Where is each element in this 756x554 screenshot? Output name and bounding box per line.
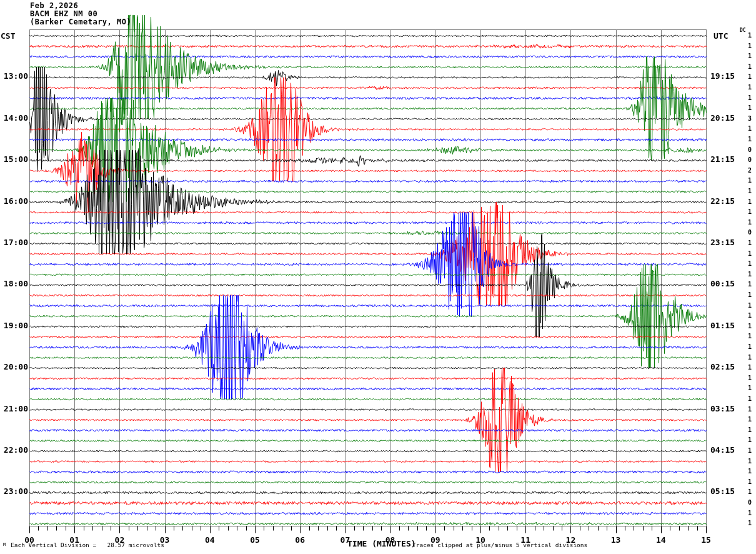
helicorder-screen: Feb 2,2026 BACM EHZ NM 00 (Barker Cemeta…: [0, 0, 756, 554]
left-axis-header: CST: [1, 31, 15, 41]
right-axis-header: UTC: [714, 31, 728, 41]
dc-value: 0: [748, 156, 752, 163]
x-axis-tick-label: 06: [295, 535, 305, 545]
dc-value: 1: [748, 458, 752, 465]
dc-value: 0: [748, 229, 752, 236]
dc-value: 1: [748, 426, 752, 433]
dc-value: 1: [748, 395, 752, 402]
x-axis-tick-label: 14: [656, 535, 666, 545]
dc-value: 1: [748, 177, 752, 184]
dc-value: 1: [748, 219, 752, 226]
dc-value: 1: [748, 250, 752, 257]
dc-value: 3: [748, 115, 752, 122]
seismogram-canvas: [0, 0, 756, 554]
dc-value: 1: [748, 271, 752, 278]
vertical-division-note: Each Vertical Division = 28.57 microvolt…: [11, 541, 164, 548]
utc-hour-label: 21:15: [710, 155, 735, 164]
header-location: (Barker Cemetary, MO): [30, 18, 131, 26]
dc-value: 1: [748, 375, 752, 381]
dc-value: 0: [748, 499, 752, 506]
dc-value: 1: [748, 447, 752, 454]
dc-value: 1: [748, 32, 752, 39]
x-axis-title: TIME (MINUTES): [347, 539, 416, 548]
dc-value: 1: [748, 406, 752, 413]
utc-hour-label: 19:15: [710, 72, 735, 81]
dc-column-header: DC: [740, 28, 746, 33]
dc-value: 1: [748, 302, 752, 309]
dc-value: 1: [748, 94, 752, 101]
x-axis-tick-label: 15: [701, 535, 711, 545]
dc-value: 1: [748, 385, 752, 391]
clipping-note: Traces clipped at plus/minus 5 vertical …: [412, 541, 587, 548]
dc-value: 1: [748, 520, 752, 526]
dc-value: 1: [748, 43, 752, 49]
cst-hour-label: 22:00: [1, 446, 28, 455]
dc-value: 1: [748, 239, 752, 246]
dc-value: 0: [748, 146, 752, 153]
cst-hour-label: 23:00: [1, 487, 28, 496]
dc-value: 1: [748, 364, 752, 371]
dc-value: 1: [748, 188, 752, 194]
dc-value: 1: [748, 478, 752, 485]
utc-hour-label: 04:15: [710, 446, 735, 455]
utc-hour-label: 01:15: [710, 321, 735, 330]
x-axis-tick-label: 05: [250, 535, 260, 545]
cst-hour-label: 20:00: [1, 363, 28, 371]
dc-value: 1: [748, 208, 752, 215]
utc-hour-label: 22:15: [710, 197, 735, 206]
cst-hour-label: 17:00: [1, 238, 28, 247]
dc-value: 2: [748, 167, 752, 174]
dc-value: 1: [748, 136, 752, 143]
dc-value: 1: [748, 53, 752, 59]
utc-hour-label: 23:15: [710, 238, 735, 247]
cst-hour-label: 21:00: [1, 405, 28, 413]
dc-value: 1: [748, 260, 752, 267]
cst-hour-label: 19:00: [1, 321, 28, 330]
x-axis-tick-label: 04: [205, 535, 215, 545]
x-axis-tick-label: 13: [611, 535, 621, 545]
corner-watermark: M: [3, 542, 6, 547]
cst-hour-label: 15:00: [1, 155, 28, 164]
dc-value: 1: [748, 312, 752, 319]
dc-value: 1: [748, 63, 752, 70]
dc-value: 1: [748, 488, 752, 495]
dc-value: 1: [748, 343, 752, 350]
cst-hour-label: 14:00: [1, 114, 28, 123]
dc-value: 1: [748, 125, 752, 132]
cst-hour-label: 18:00: [1, 280, 28, 288]
dc-value: 1: [748, 84, 752, 91]
utc-hour-label: 05:15: [710, 487, 735, 496]
utc-hour-label: 20:15: [710, 114, 735, 123]
dc-value: 1: [748, 333, 752, 340]
dc-value: 1: [748, 291, 752, 298]
dc-value: 1: [748, 354, 752, 361]
dc-value: 1: [748, 281, 752, 288]
cst-hour-label: 16:00: [1, 197, 28, 206]
dc-value: 1: [748, 73, 752, 80]
dc-value: 1: [748, 468, 752, 475]
dc-value: 1: [748, 198, 752, 205]
utc-hour-label: 02:15: [710, 363, 735, 371]
cst-hour-label: 13:00: [1, 72, 28, 81]
dc-value: 1: [748, 104, 752, 111]
dc-value: 1: [748, 510, 752, 516]
dc-value: 1: [748, 416, 752, 423]
utc-hour-label: 03:15: [710, 405, 735, 413]
utc-hour-label: 00:15: [710, 280, 735, 288]
dc-value: 1: [748, 323, 752, 330]
dc-value: 1: [748, 436, 752, 443]
